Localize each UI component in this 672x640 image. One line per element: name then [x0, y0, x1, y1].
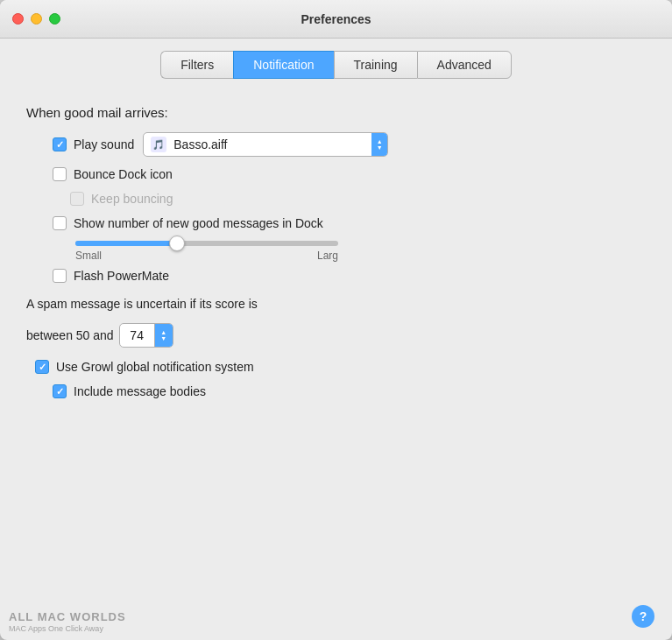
sound-name: Basso.aiff: [173, 137, 380, 151]
slider-small-label: Small: [75, 250, 102, 262]
show-number-checkbox[interactable]: [53, 216, 67, 230]
slider-thumb[interactable]: [169, 236, 185, 251]
slider-container: Small Larg: [75, 241, 646, 262]
section-title: When good mail arrives:: [26, 105, 646, 120]
play-sound-row: Play sound 🎵 Basso.aiff: [53, 132, 646, 157]
maximize-button[interactable]: [49, 13, 60, 25]
minimize-button[interactable]: [31, 13, 42, 25]
spam-value-row: between 50 and 74: [26, 323, 646, 348]
play-sound-label: Play sound: [74, 137, 134, 151]
spam-row: A spam message is uncertain if its score…: [26, 297, 646, 311]
flash-powermate-checkbox[interactable]: [53, 269, 67, 283]
main-content: When good mail arrives: Play sound 🎵 Bas…: [0, 88, 672, 640]
close-button[interactable]: [12, 13, 24, 25]
show-number-label: Show number of new good messages in Dock: [74, 216, 323, 230]
bounce-dock-row: Bounce Dock icon: [53, 167, 646, 181]
tab-advanced[interactable]: Advanced: [417, 51, 512, 79]
bounce-dock-checkbox[interactable]: [53, 167, 67, 181]
notification-panel: When good mail arrives: Play sound 🎵 Bas…: [0, 88, 672, 426]
message-bodies-row: Include message bodies: [53, 384, 646, 398]
watermark-text1: ALL MAC WORLDS: [9, 610, 126, 623]
spam-number-stepper[interactable]: 74: [119, 323, 173, 348]
keep-bouncing-label: Keep bouncing: [91, 192, 173, 206]
show-number-row: Show number of new good messages in Dock: [53, 216, 646, 230]
play-sound-checkbox[interactable]: [53, 137, 67, 151]
sound-select[interactable]: 🎵 Basso.aiff: [143, 132, 388, 157]
spam-arrows[interactable]: [155, 324, 173, 347]
tab-notification[interactable]: Notification: [233, 51, 333, 79]
growl-checkbox[interactable]: [35, 360, 49, 374]
message-bodies-checkbox[interactable]: [53, 384, 67, 398]
watermark: ALL MAC WORLDS MAC Apps One Click Away: [9, 610, 126, 633]
watermark-logo: ALL MAC WORLDS: [9, 610, 126, 623]
keep-bouncing-checkbox[interactable]: [70, 192, 84, 206]
growl-row: Use Growl global notification system: [35, 360, 646, 374]
slider-fill: [75, 241, 176, 246]
window-title: Preferences: [301, 12, 371, 26]
spam-section: A spam message is uncertain if its score…: [26, 297, 646, 348]
flash-powermate-label: Flash PowerMate: [74, 269, 169, 283]
sound-file-icon: 🎵: [151, 137, 166, 152]
tab-filters[interactable]: Filters: [160, 51, 233, 79]
slider-large-label: Larg: [317, 250, 338, 262]
tabs: Filters Notification Training Advanced: [0, 39, 672, 88]
sound-stepper[interactable]: [371, 133, 387, 156]
help-button[interactable]: ?: [632, 605, 654, 628]
tab-training[interactable]: Training: [334, 51, 417, 79]
spam-text1: A spam message is uncertain if its score…: [26, 297, 258, 311]
spam-text2: between 50 and: [26, 328, 114, 342]
watermark-text2: MAC Apps One Click Away: [9, 624, 103, 633]
slider-track: [75, 241, 338, 246]
message-bodies-label: Include message bodies: [74, 384, 206, 398]
slider-labels: Small Larg: [75, 250, 338, 262]
titlebar: Preferences: [0, 0, 672, 39]
spam-value: 74: [120, 324, 155, 347]
growl-label: Use Growl global notification system: [56, 360, 254, 374]
preferences-window: Preferences Filters Notification Trainin…: [0, 0, 672, 640]
traffic-lights: [12, 13, 60, 25]
keep-bouncing-row: Keep bouncing: [70, 192, 646, 206]
flash-powermate-row: Flash PowerMate: [53, 269, 646, 283]
bounce-dock-label: Bounce Dock icon: [74, 167, 173, 181]
